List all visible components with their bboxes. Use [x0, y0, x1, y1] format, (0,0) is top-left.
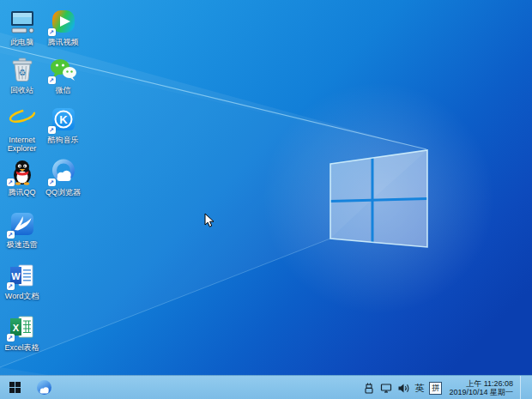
desktop-icon-thunder[interactable]: ↗ 极速迅雷 — [2, 209, 42, 249]
svg-text:K: K — [59, 113, 68, 126]
taskbar-qq-browser-button[interactable] — [29, 376, 58, 399]
windows-logo — [330, 150, 427, 247]
clock-date: 2019/10/14 星期一 — [449, 388, 513, 397]
this-pc-icon — [8, 7, 37, 36]
desktop-icon-wechat[interactable]: ↗ 微信 — [43, 55, 83, 94]
shortcut-arrow-badge: ↗ — [7, 282, 15, 290]
ime-language-indicator[interactable]: 英 — [414, 382, 424, 395]
desktop-icon-this-pc[interactable]: 此电脑 — [2, 7, 42, 46]
desktop-icon-label: 回收站 — [10, 86, 33, 94]
shortcut-arrow-badge: ↗ — [48, 28, 56, 36]
desktop-icon-internet-explorer[interactable]: e Internet Explorer — [2, 105, 42, 153]
svg-text:X: X — [12, 323, 19, 333]
desktop-icon-tencent-qq[interactable]: ↗ 腾讯QQ — [2, 157, 42, 196]
taskbar: 英 拼 上午 11:26:08 2019/10/14 星期一 — [0, 375, 532, 399]
shortcut-arrow-badge: ↗ — [7, 178, 15, 186]
shortcut-arrow-badge: ↗ — [7, 334, 15, 342]
shortcut-arrow-badge: ↗ — [48, 178, 56, 186]
svg-text:♻: ♻ — [18, 68, 26, 77]
desktop-icon-excel[interactable]: X ↗ Excel表格 — [2, 312, 42, 352]
svg-text:W: W — [11, 271, 21, 281]
internet-explorer-icon: e — [8, 105, 37, 134]
desktop-icon-label: Internet Explorer — [2, 136, 42, 153]
qq-browser-icon: ↗ — [49, 157, 78, 186]
kugou-music-icon: K ↗ — [49, 105, 78, 134]
clock-time: 上午 11:26:08 — [466, 379, 513, 389]
desktop-icon-qq-browser[interactable]: ↗ QQ浏览器 — [43, 157, 83, 196]
qq-browser-taskbar-icon — [36, 379, 52, 396]
desktop-icon-label: Word文档 — [5, 292, 39, 300]
show-desktop-button[interactable] — [520, 376, 525, 399]
volume-icon[interactable] — [397, 382, 409, 394]
desktop: 此电脑 ↗ 腾讯视频 — [0, 0, 532, 399]
desktop-icon-word[interactable]: W ↗ Word文档 — [2, 261, 42, 300]
windows-start-icon — [9, 382, 21, 393]
thunder-icon: ↗ — [8, 209, 37, 239]
excel-icon: X ↗ — [8, 312, 37, 342]
wechat-icon: ↗ — [49, 55, 78, 84]
desktop-icon-label: 极速迅雷 — [7, 240, 38, 249]
desktop-icon-grid: 此电脑 ↗ 腾讯视频 — [2, 0, 88, 375]
desktop-icon-tencent-video[interactable]: ↗ 腾讯视频 — [43, 7, 83, 46]
tencent-video-icon: ↗ — [49, 7, 78, 36]
desktop-icon-label: 腾讯QQ — [8, 188, 35, 196]
clock[interactable]: 上午 11:26:08 2019/10/14 星期一 — [447, 379, 515, 397]
ime-pinyin-indicator[interactable]: 拼 — [429, 382, 442, 395]
network-icon[interactable] — [380, 382, 392, 394]
desktop-icon-label: 此电脑 — [10, 38, 33, 46]
desktop-icon-label: QQ浏览器 — [45, 188, 81, 196]
desktop-icon-label: 酷狗音乐 — [48, 136, 79, 144]
shortcut-arrow-badge: ↗ — [7, 231, 15, 239]
desktop-icon-label: Excel表格 — [4, 343, 39, 352]
recycle-bin-icon: ♻ — [8, 55, 37, 84]
desktop-icon-label: 腾讯视频 — [48, 38, 79, 46]
desktop-icon-label: 微信 — [56, 86, 71, 94]
shortcut-arrow-badge: ↗ — [48, 76, 56, 84]
tencent-qq-icon: ↗ — [8, 157, 37, 186]
word-icon: W ↗ — [8, 261, 37, 290]
desktop-icon-kugou-music[interactable]: K ↗ 酷狗音乐 — [43, 105, 83, 144]
shortcut-arrow-badge: ↗ — [48, 126, 56, 134]
mouse-cursor — [204, 213, 215, 228]
start-button[interactable] — [0, 376, 29, 399]
system-tray: 英 拼 上午 11:26:08 2019/10/14 星期一 — [363, 376, 532, 399]
usb-device-icon[interactable] — [363, 382, 375, 394]
desktop-icon-recycle-bin[interactable]: ♻ 回收站 — [2, 55, 42, 94]
